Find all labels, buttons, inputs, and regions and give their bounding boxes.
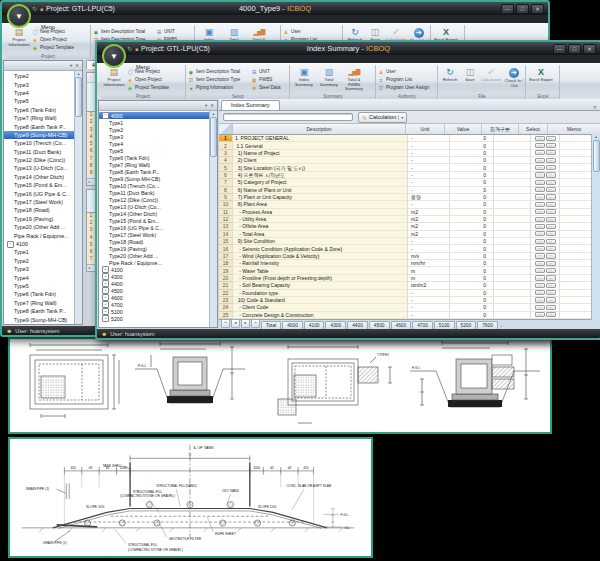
tree-item[interactable]: Type5 bbox=[4, 97, 82, 105]
tree-node-icon[interactable] bbox=[102, 120, 107, 125]
tree-node-icon[interactable] bbox=[7, 149, 12, 154]
tree-item[interactable]: Type4 bbox=[4, 89, 82, 97]
tree-node-icon[interactable] bbox=[7, 166, 12, 171]
tree-node-icon[interactable] bbox=[7, 141, 12, 146]
tree-item[interactable]: Type2 bbox=[4, 72, 82, 80]
refresh-button[interactable]: ↻ Refresh bbox=[440, 66, 460, 92]
tree-node-icon[interactable] bbox=[102, 239, 107, 244]
tree-item[interactable]: Type6 (Tank Fdn) bbox=[4, 106, 82, 114]
header-unit[interactable]: Unit bbox=[406, 124, 445, 134]
user-button[interactable]: ♟ User bbox=[378, 68, 434, 75]
tree-node-icon[interactable] bbox=[102, 211, 107, 216]
tree-item[interactable]: + 4100 bbox=[99, 266, 217, 273]
select-button[interactable]: … bbox=[535, 202, 545, 207]
tree-node-icon[interactable] bbox=[102, 148, 107, 153]
tree-node-icon[interactable] bbox=[102, 127, 107, 132]
tree-node-icon[interactable]: + bbox=[102, 273, 109, 280]
tree-node-icon[interactable] bbox=[102, 232, 107, 237]
sheet-tab[interactable]: 4500 bbox=[369, 321, 390, 329]
tree-item[interactable]: Type10 (Trench (Co... bbox=[4, 139, 82, 147]
tree-node-icon[interactable] bbox=[7, 233, 12, 238]
table-row[interactable]: 19 - Water Table m 0 … … bbox=[219, 267, 600, 274]
tree-item[interactable]: Type6 (Tank Fdn) bbox=[99, 154, 217, 161]
select-button[interactable]: … bbox=[535, 253, 545, 258]
program-list-button[interactable]: ≡ Program List bbox=[378, 76, 434, 83]
table-row[interactable]: 25 - Concrete Design & Construction - 0 … bbox=[219, 312, 600, 319]
pin-icon[interactable]: ▾ bbox=[205, 103, 207, 108]
tree-item[interactable]: Type13 (U-Ditch (Co... bbox=[4, 164, 82, 172]
tree-node-icon[interactable] bbox=[7, 300, 12, 305]
select-button[interactable]: … bbox=[535, 136, 545, 141]
select-button[interactable]: … bbox=[546, 297, 556, 302]
project-template-button[interactable]: ◆ Project Template bbox=[127, 84, 169, 91]
select-button[interactable]: … bbox=[546, 180, 556, 185]
select-button[interactable]: … bbox=[535, 158, 545, 163]
select-button[interactable]: … bbox=[546, 305, 556, 310]
tree-node-icon[interactable] bbox=[7, 183, 12, 188]
tree-item[interactable]: + 4700 bbox=[99, 301, 217, 308]
tree-item[interactable]: Type18 (Road) bbox=[4, 206, 82, 214]
user-button[interactable]: ♟ User bbox=[283, 28, 339, 35]
select-button[interactable]: … bbox=[546, 187, 556, 192]
table-row[interactable]: 23 10) Code & Standard - 0 … … bbox=[219, 297, 600, 304]
table-row[interactable]: 18 - Rainfall Intensity mm/hr 0 … … bbox=[219, 260, 600, 267]
tree-item[interactable]: + 4300 bbox=[99, 273, 217, 280]
tree-item[interactable]: + 5200 bbox=[99, 315, 217, 322]
tree-scrollbar[interactable]: ▴ bbox=[209, 111, 217, 327]
total-summary-button[interactable]: ▨ Total Summary bbox=[317, 66, 341, 92]
tree-node-icon[interactable] bbox=[7, 292, 12, 297]
tree-item[interactable]: Type17 (Steel Work) bbox=[4, 198, 82, 206]
table-row[interactable]: 4 2) Client - 0 … … bbox=[219, 157, 600, 164]
tree-node-icon[interactable]: − bbox=[102, 112, 109, 119]
item-description-total-button[interactable]: ◉ Item Description Total bbox=[188, 68, 250, 75]
tree-item[interactable]: Type19 (Paving) bbox=[99, 245, 217, 252]
select-button[interactable]: … bbox=[546, 283, 556, 288]
select-button[interactable]: … bbox=[546, 253, 556, 258]
tree-item[interactable]: Type9 (Sump-MH-CB) bbox=[4, 131, 82, 139]
tree-node-icon[interactable] bbox=[7, 82, 12, 87]
tree-node-icon[interactable]: + bbox=[102, 287, 109, 294]
excel-export-button[interactable]: X Excel Export bbox=[528, 66, 554, 92]
select-button[interactable]: … bbox=[535, 290, 545, 295]
select-button[interactable]: … bbox=[535, 143, 545, 148]
maximize-button[interactable]: □ bbox=[516, 4, 529, 14]
calculation-button[interactable]: ✎ Calculation ▾ bbox=[358, 112, 407, 123]
tree-node-icon[interactable] bbox=[7, 74, 12, 79]
tree-node-icon[interactable] bbox=[7, 116, 12, 121]
tree-item[interactable]: Type16 (UG Pipe & C... bbox=[4, 189, 82, 197]
tree-node-icon[interactable] bbox=[7, 225, 12, 230]
select-button[interactable]: … bbox=[546, 194, 556, 199]
tree-item[interactable]: Type9 (Sump-MH-CB) bbox=[4, 315, 82, 323]
tree-node-icon[interactable] bbox=[7, 250, 12, 255]
tree-item[interactable]: Type8 (Earth Tank P... bbox=[4, 307, 82, 315]
piping-information-button[interactable]: ● Piping Information bbox=[188, 84, 250, 91]
header-aggregation[interactable]: 집계구분 bbox=[482, 124, 519, 134]
nav-prev-icon[interactable]: ◂ bbox=[231, 319, 240, 328]
select-button[interactable]: … bbox=[535, 268, 545, 273]
select-button[interactable]: … bbox=[535, 209, 545, 214]
tree-node-icon[interactable]: − bbox=[7, 241, 14, 248]
tab-index-summary[interactable]: Index Summary bbox=[221, 100, 280, 110]
tree-node-icon[interactable] bbox=[102, 141, 107, 146]
select-button[interactable]: … bbox=[546, 224, 556, 229]
fwbs-button[interactable]: ▦ FWBS bbox=[251, 76, 285, 83]
table-row[interactable]: 16 - Seismic Condition (Application Code… bbox=[219, 245, 600, 252]
table-row[interactable]: 24 - Client Code - 0 … … bbox=[219, 304, 600, 311]
table-row[interactable]: 11 - Process Area m2 0 … … bbox=[219, 209, 600, 216]
tree-node-icon[interactable] bbox=[7, 275, 12, 280]
nav-next-icon[interactable]: ▸ bbox=[241, 319, 250, 328]
calculation-button[interactable]: ✔ Calculation bbox=[480, 66, 502, 92]
tree-node-icon[interactable] bbox=[7, 267, 12, 272]
sheet-tab[interactable]: 4400 bbox=[347, 321, 368, 329]
steel-data-button[interactable]: ✱ Steel Data bbox=[251, 84, 285, 91]
select-button[interactable]: … bbox=[535, 224, 545, 229]
select-button[interactable]: … bbox=[535, 305, 545, 310]
project-information-button[interactable]: ▤ Project Information bbox=[102, 66, 126, 92]
table-row[interactable]: 22 - Foundation type - 0 … … bbox=[219, 290, 600, 297]
tree-item[interactable]: Type11 (Duct Bank) bbox=[4, 148, 82, 156]
nav-first-icon[interactable]: « bbox=[221, 319, 230, 328]
tree-item[interactable]: Type1 bbox=[99, 119, 217, 126]
tree-node-icon[interactable] bbox=[7, 208, 12, 213]
table-row[interactable]: 2 1.1 General - 0 … … bbox=[219, 142, 600, 149]
table-row[interactable]: 15 9) Site Condition - 0 … … bbox=[219, 238, 600, 245]
